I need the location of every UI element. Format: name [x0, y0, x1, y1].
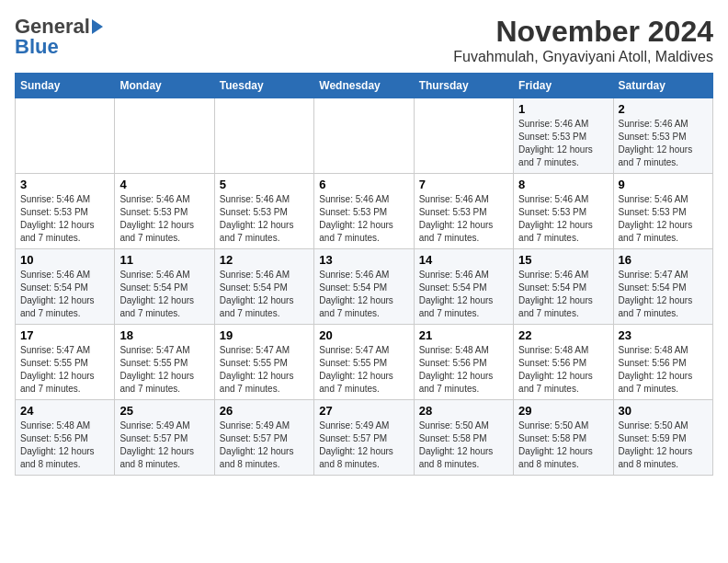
day-info: Sunrise: 5:46 AM Sunset: 5:53 PM Dayligh… [220, 193, 309, 245]
day-info: Sunrise: 5:47 AM Sunset: 5:54 PM Dayligh… [619, 269, 708, 320]
day-info: Sunrise: 5:47 AM Sunset: 5:55 PM Dayligh… [220, 344, 309, 396]
day-number: 25 [119, 404, 209, 418]
calendar-cell [314, 98, 414, 174]
day-info: Sunrise: 5:46 AM Sunset: 5:54 PM Dayligh… [518, 269, 608, 320]
calendar-cell: 10Sunrise: 5:46 AM Sunset: 5:54 PM Dayli… [16, 249, 115, 325]
day-info: Sunrise: 5:50 AM Sunset: 5:59 PM Dayligh… [619, 419, 708, 471]
header-cell-saturday: Saturday [613, 74, 712, 98]
day-number: 1 [518, 102, 608, 116]
calendar-cell: 30Sunrise: 5:50 AM Sunset: 5:59 PM Dayli… [613, 400, 712, 476]
day-number: 9 [619, 178, 708, 191]
page-header: General Blue November 2024 Fuvahmulah, G… [15, 15, 713, 65]
calendar-cell: 20Sunrise: 5:47 AM Sunset: 5:55 PM Dayli… [314, 325, 414, 400]
calendar-cell: 22Sunrise: 5:48 AM Sunset: 5:56 PM Dayli… [514, 325, 613, 400]
header-cell-monday: Monday [115, 74, 214, 98]
logo: General Blue [15, 15, 103, 59]
day-info: Sunrise: 5:49 AM Sunset: 5:57 PM Dayligh… [119, 419, 209, 471]
day-number: 22 [518, 328, 608, 342]
calendar-cell: 8Sunrise: 5:46 AM Sunset: 5:53 PM Daylig… [514, 174, 613, 249]
day-number: 6 [319, 178, 408, 191]
day-info: Sunrise: 5:47 AM Sunset: 5:55 PM Dayligh… [20, 344, 109, 396]
calendar-cell: 28Sunrise: 5:50 AM Sunset: 5:58 PM Dayli… [414, 400, 513, 476]
day-number: 21 [419, 328, 508, 342]
day-info: Sunrise: 5:48 AM Sunset: 5:56 PM Dayligh… [419, 344, 508, 396]
week-row-1: 1Sunrise: 5:46 AM Sunset: 5:53 PM Daylig… [16, 98, 713, 174]
calendar-cell: 7Sunrise: 5:46 AM Sunset: 5:53 PM Daylig… [414, 174, 513, 249]
day-number: 30 [619, 404, 708, 418]
calendar-table: SundayMondayTuesdayWednesdayThursdayFrid… [15, 73, 713, 476]
day-info: Sunrise: 5:46 AM Sunset: 5:54 PM Dayligh… [119, 269, 209, 320]
calendar-cell: 25Sunrise: 5:49 AM Sunset: 5:57 PM Dayli… [115, 400, 214, 476]
day-info: Sunrise: 5:48 AM Sunset: 5:56 PM Dayligh… [619, 344, 708, 396]
day-info: Sunrise: 5:49 AM Sunset: 5:57 PM Dayligh… [220, 419, 309, 471]
day-info: Sunrise: 5:46 AM Sunset: 5:53 PM Dayligh… [419, 193, 508, 245]
header-row: SundayMondayTuesdayWednesdayThursdayFrid… [16, 74, 713, 98]
day-number: 3 [20, 178, 109, 191]
day-info: Sunrise: 5:46 AM Sunset: 5:53 PM Dayligh… [619, 118, 708, 169]
day-info: Sunrise: 5:50 AM Sunset: 5:58 PM Dayligh… [419, 419, 508, 471]
day-number: 27 [319, 404, 408, 418]
week-row-2: 3Sunrise: 5:46 AM Sunset: 5:53 PM Daylig… [16, 174, 713, 249]
calendar-cell: 18Sunrise: 5:47 AM Sunset: 5:55 PM Dayli… [115, 325, 214, 400]
calendar-body: 1Sunrise: 5:46 AM Sunset: 5:53 PM Daylig… [16, 98, 713, 476]
calendar-title: November 2024 [453, 15, 713, 49]
day-number: 2 [619, 102, 708, 116]
logo-blue: Blue [15, 35, 59, 59]
day-info: Sunrise: 5:46 AM Sunset: 5:54 PM Dayligh… [319, 269, 408, 320]
calendar-cell [115, 98, 214, 174]
calendar-cell: 17Sunrise: 5:47 AM Sunset: 5:55 PM Dayli… [16, 325, 115, 400]
calendar-cell [214, 98, 313, 174]
day-number: 17 [20, 328, 109, 342]
week-row-3: 10Sunrise: 5:46 AM Sunset: 5:54 PM Dayli… [16, 249, 713, 325]
calendar-cell: 12Sunrise: 5:46 AM Sunset: 5:54 PM Dayli… [214, 249, 313, 325]
header-cell-sunday: Sunday [16, 74, 115, 98]
day-number: 12 [220, 253, 309, 267]
title-block: November 2024 Fuvahmulah, Gnyaviyani Ato… [453, 15, 713, 65]
day-info: Sunrise: 5:46 AM Sunset: 5:53 PM Dayligh… [518, 193, 608, 245]
calendar-cell: 11Sunrise: 5:46 AM Sunset: 5:54 PM Dayli… [115, 249, 214, 325]
calendar-cell: 6Sunrise: 5:46 AM Sunset: 5:53 PM Daylig… [314, 174, 414, 249]
calendar-cell: 16Sunrise: 5:47 AM Sunset: 5:54 PM Dayli… [613, 249, 712, 325]
calendar-subtitle: Fuvahmulah, Gnyaviyani Atoll, Maldives [453, 49, 713, 65]
day-number: 29 [518, 404, 608, 418]
day-info: Sunrise: 5:46 AM Sunset: 5:54 PM Dayligh… [419, 269, 508, 320]
day-number: 5 [220, 178, 309, 191]
logo-arrow-icon [92, 19, 103, 34]
header-cell-wednesday: Wednesday [314, 74, 414, 98]
day-number: 23 [619, 328, 708, 342]
calendar-cell: 9Sunrise: 5:46 AM Sunset: 5:53 PM Daylig… [613, 174, 712, 249]
calendar-cell: 1Sunrise: 5:46 AM Sunset: 5:53 PM Daylig… [514, 98, 613, 174]
calendar-cell: 15Sunrise: 5:46 AM Sunset: 5:54 PM Dayli… [514, 249, 613, 325]
calendar-cell: 23Sunrise: 5:48 AM Sunset: 5:56 PM Dayli… [613, 325, 712, 400]
day-info: Sunrise: 5:46 AM Sunset: 5:53 PM Dayligh… [20, 193, 109, 245]
calendar-cell: 26Sunrise: 5:49 AM Sunset: 5:57 PM Dayli… [214, 400, 313, 476]
calendar-cell: 24Sunrise: 5:48 AM Sunset: 5:56 PM Dayli… [16, 400, 115, 476]
day-info: Sunrise: 5:47 AM Sunset: 5:55 PM Dayligh… [319, 344, 408, 396]
calendar-cell: 27Sunrise: 5:49 AM Sunset: 5:57 PM Dayli… [314, 400, 414, 476]
day-info: Sunrise: 5:48 AM Sunset: 5:56 PM Dayligh… [20, 419, 109, 471]
header-cell-thursday: Thursday [414, 74, 513, 98]
day-info: Sunrise: 5:49 AM Sunset: 5:57 PM Dayligh… [319, 419, 408, 471]
day-number: 10 [20, 253, 109, 267]
header-cell-tuesday: Tuesday [214, 74, 313, 98]
day-info: Sunrise: 5:46 AM Sunset: 5:54 PM Dayligh… [20, 269, 109, 320]
calendar-cell: 3Sunrise: 5:46 AM Sunset: 5:53 PM Daylig… [16, 174, 115, 249]
day-info: Sunrise: 5:50 AM Sunset: 5:58 PM Dayligh… [518, 419, 608, 471]
day-number: 13 [319, 253, 408, 267]
day-info: Sunrise: 5:46 AM Sunset: 5:53 PM Dayligh… [518, 118, 608, 169]
day-info: Sunrise: 5:46 AM Sunset: 5:53 PM Dayligh… [319, 193, 408, 245]
day-info: Sunrise: 5:48 AM Sunset: 5:56 PM Dayligh… [518, 344, 608, 396]
calendar-cell: 14Sunrise: 5:46 AM Sunset: 5:54 PM Dayli… [414, 249, 513, 325]
calendar-header: SundayMondayTuesdayWednesdayThursdayFrid… [16, 74, 713, 98]
day-number: 20 [319, 328, 408, 342]
day-number: 18 [119, 328, 209, 342]
day-info: Sunrise: 5:46 AM Sunset: 5:54 PM Dayligh… [220, 269, 309, 320]
day-number: 26 [220, 404, 309, 418]
day-info: Sunrise: 5:46 AM Sunset: 5:53 PM Dayligh… [619, 193, 708, 245]
week-row-5: 24Sunrise: 5:48 AM Sunset: 5:56 PM Dayli… [16, 400, 713, 476]
calendar-cell: 21Sunrise: 5:48 AM Sunset: 5:56 PM Dayli… [414, 325, 513, 400]
week-row-4: 17Sunrise: 5:47 AM Sunset: 5:55 PM Dayli… [16, 325, 713, 400]
calendar-cell: 4Sunrise: 5:46 AM Sunset: 5:53 PM Daylig… [115, 174, 214, 249]
day-number: 4 [119, 178, 209, 191]
day-number: 15 [518, 253, 608, 267]
